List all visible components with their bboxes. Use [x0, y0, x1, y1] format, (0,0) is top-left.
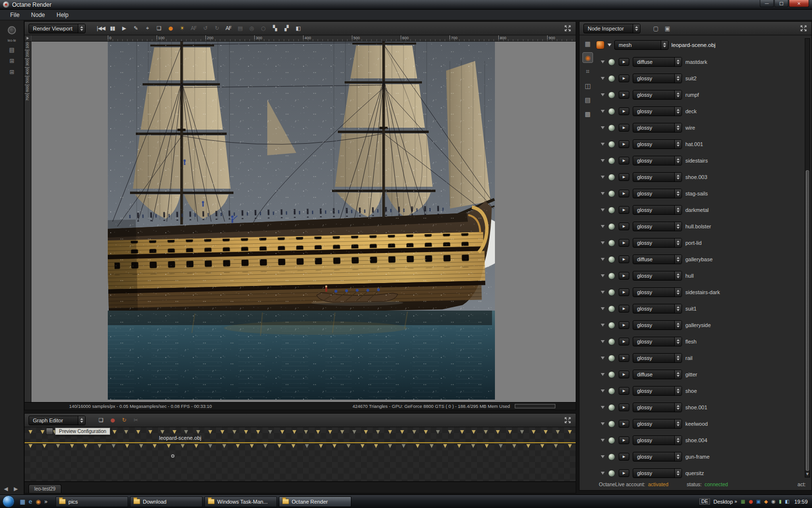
- collapse-toggle-icon[interactable]: [608, 44, 611, 46]
- node-pin-icon[interactable]: [402, 444, 406, 448]
- language-indicator[interactable]: DE: [699, 498, 710, 505]
- graph-toolbar-icon[interactable]: ●: [108, 416, 117, 425]
- quick-launch-icon[interactable]: »: [44, 498, 47, 505]
- dropdown-spinner-icon[interactable]: [674, 452, 682, 461]
- node-preview-button[interactable]: ▶: [619, 338, 629, 345]
- collapse-toggle-icon[interactable]: [601, 77, 605, 80]
- collapse-toggle-icon[interactable]: [601, 472, 605, 475]
- node-preview-button[interactable]: ▶: [619, 223, 629, 230]
- add-pane-right-icon[interactable]: ⊞: [9, 69, 14, 75]
- dropdown-spinner-icon[interactable]: [674, 140, 682, 149]
- dropdown-spinner-icon[interactable]: [78, 416, 85, 425]
- node-pin-icon[interactable]: [443, 444, 447, 448]
- node-preview-button[interactable]: ▶: [619, 436, 629, 444]
- node-pin-icon[interactable]: [292, 430, 296, 434]
- collapse-toggle-icon[interactable]: [601, 60, 605, 63]
- node-pin-icon[interactable]: [400, 430, 404, 434]
- viewport-toolbar-icon[interactable]: AF: [189, 24, 198, 33]
- viewport-toolbar-icon[interactable]: ✎: [131, 24, 140, 33]
- viewport-toolbar-icon[interactable]: ☀: [177, 24, 187, 33]
- inspector-category-icon[interactable]: ▤: [582, 94, 593, 105]
- node-pin-icon[interactable]: [222, 444, 226, 448]
- tray-icon[interactable]: ●: [749, 499, 753, 504]
- collapse-toggle-icon[interactable]: [601, 225, 605, 228]
- node-pin-icon[interactable]: [263, 444, 267, 448]
- node-pin-icon[interactable]: [340, 430, 344, 434]
- node-preview-button[interactable]: ▶: [619, 403, 629, 411]
- material-type-dropdown[interactable]: glossy: [633, 238, 682, 248]
- dropdown-spinner-icon[interactable]: [674, 107, 682, 116]
- material-type-dropdown[interactable]: glossy: [633, 271, 682, 281]
- node-pin-icon[interactable]: [184, 430, 188, 434]
- inspector-category-icon[interactable]: ▦: [582, 38, 593, 49]
- node-pin-icon[interactable]: [181, 444, 185, 448]
- viewport-type-dropdown[interactable]: Render Viewport: [29, 24, 86, 33]
- node-pin-icon[interactable]: [319, 444, 323, 448]
- node-pin-icon[interactable]: [436, 430, 440, 434]
- dropdown-spinner-icon[interactable]: [674, 469, 682, 478]
- graph-toolbar-icon[interactable]: ❏: [96, 416, 105, 425]
- dropdown-spinner-icon[interactable]: [674, 403, 682, 412]
- collapse-toggle-icon[interactable]: [601, 110, 605, 113]
- material-type-dropdown[interactable]: glossy: [633, 222, 682, 231]
- node-pin-icon[interactable]: [125, 444, 129, 448]
- session-icon[interactable]: [8, 26, 16, 34]
- node-pin-icon[interactable]: [70, 444, 74, 448]
- dropdown-spinner-icon[interactable]: [674, 239, 682, 247]
- dropdown-spinner-icon[interactable]: [674, 436, 682, 445]
- taskbar-app-button[interactable]: Octane Render: [279, 496, 351, 507]
- node-output-socket[interactable]: [171, 454, 174, 458]
- viewport-toolbar-icon[interactable]: ❏: [154, 24, 163, 33]
- node-pin-icon[interactable]: [485, 444, 489, 448]
- node-pin-icon[interactable]: [352, 430, 356, 434]
- viewport-toolbar-icon[interactable]: ▮▮: [108, 24, 117, 33]
- node-pin-icon[interactable]: [167, 444, 171, 448]
- collapse-toggle-icon[interactable]: [601, 126, 605, 129]
- inspector-scrollbar[interactable]: ▼: [805, 38, 810, 478]
- node-pin-icon[interactable]: [304, 430, 308, 434]
- collapse-toggle-icon[interactable]: [601, 324, 605, 327]
- menu-item[interactable]: Help: [51, 11, 74, 19]
- viewport-toolbar-icon[interactable]: AF: [224, 24, 233, 33]
- node-preview-button[interactable]: ▶: [619, 420, 629, 428]
- collapse-toggle-icon[interactable]: [601, 274, 605, 277]
- dropdown-spinner-icon[interactable]: [674, 90, 682, 99]
- node-pin-icon[interactable]: [173, 430, 176, 434]
- node-preview-button[interactable]: ▶: [619, 453, 629, 461]
- maximize-button[interactable]: □: [774, 0, 788, 7]
- menu-item[interactable]: File: [5, 11, 25, 19]
- node-pin-icon[interactable]: [460, 430, 464, 434]
- collapse-toggle-icon[interactable]: [601, 422, 605, 425]
- quick-launch-icon[interactable]: ▦: [20, 498, 25, 505]
- graph-node-label[interactable]: leopard-scene.obj: [159, 435, 201, 441]
- fullscreen-icon[interactable]: [563, 416, 572, 425]
- node-pin-icon[interactable]: [430, 444, 434, 448]
- node-pin-icon[interactable]: [472, 430, 476, 434]
- viewport-toolbar-icon[interactable]: ▶: [119, 24, 129, 33]
- collapse-toggle-icon[interactable]: [601, 455, 605, 458]
- node-pin-icon[interactable]: [84, 444, 87, 448]
- node-pin-icon[interactable]: [208, 430, 212, 434]
- node-preview-button[interactable]: ▶: [619, 371, 629, 378]
- quick-launch-icon[interactable]: ◉: [36, 498, 41, 505]
- node-pin-icon[interactable]: [532, 430, 536, 434]
- collapse-toggle-icon[interactable]: [601, 192, 605, 195]
- node-pin-icon[interactable]: [520, 430, 524, 434]
- dropdown-spinner-icon[interactable]: [674, 206, 682, 214]
- node-pin-icon[interactable]: [361, 444, 364, 448]
- node-pin-icon[interactable]: [256, 430, 260, 434]
- node-preview-button[interactable]: ▶: [619, 387, 629, 395]
- dropdown-spinner-icon[interactable]: [674, 337, 682, 346]
- viewport-toolbar-icon[interactable]: ▤: [235, 24, 245, 33]
- viewport-toolbar-icon[interactable]: ▞: [282, 24, 291, 33]
- material-type-dropdown[interactable]: glossy: [633, 156, 682, 165]
- node-pin-icon[interactable]: [540, 444, 544, 448]
- dropdown-spinner-icon[interactable]: [78, 24, 85, 33]
- graph-tab[interactable]: leo-test29: [29, 484, 61, 493]
- node-pin-icon[interactable]: [568, 444, 572, 448]
- node-pin-icon[interactable]: [113, 430, 116, 434]
- collapse-toggle-icon[interactable]: [601, 291, 605, 294]
- collapse-toggle-icon[interactable]: [601, 159, 605, 162]
- inspector-toolbar-icon[interactable]: ▢: [651, 24, 660, 33]
- inspector-category-icon[interactable]: ▩: [582, 108, 593, 119]
